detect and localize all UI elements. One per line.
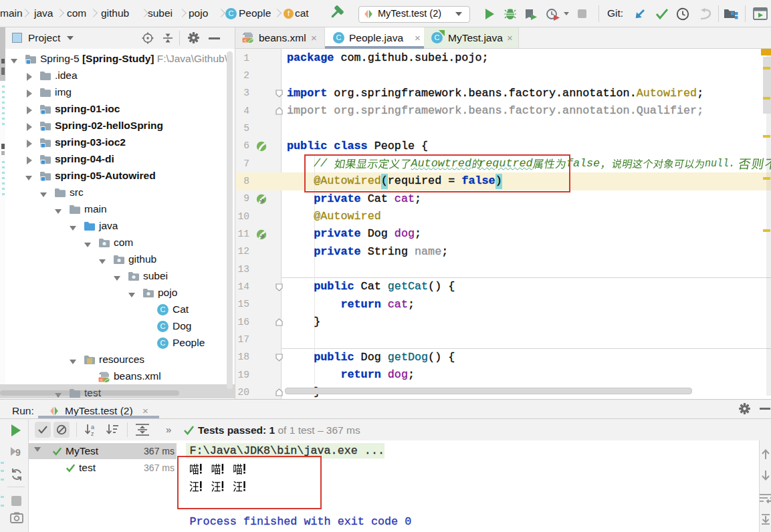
svg-text:<: < — [244, 38, 247, 43]
svg-text:a: a — [91, 424, 94, 430]
svg-text:9: 9 — [15, 447, 21, 458]
svg-text:z: z — [91, 430, 94, 436]
svg-text:<: < — [100, 377, 104, 382]
